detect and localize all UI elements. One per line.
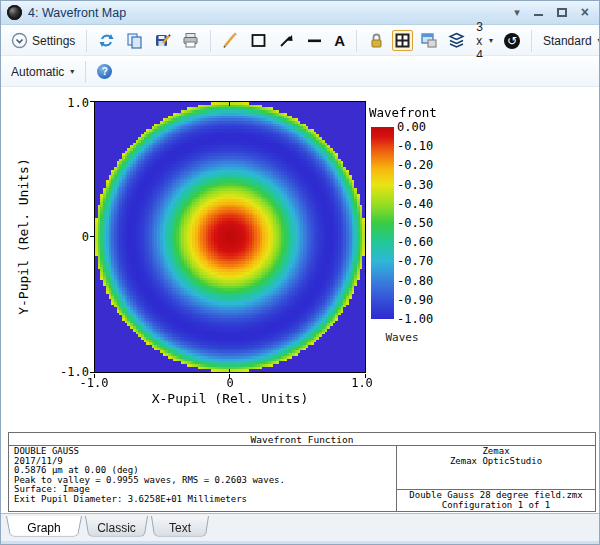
print-button[interactable] [178,30,203,51]
layers-icon [448,32,465,49]
toolbar-main: Settings [1,26,599,56]
axis-tick [90,101,94,102]
x-tick-label: 0 [210,376,250,390]
close-button[interactable]: × [581,5,589,19]
text-summary-panel: Wavefront Function DOUBLE GAUSS 2017/11/… [8,432,596,512]
grid-size-label: 3 x 4 [476,20,483,62]
toolbar-secondary: Automatic ▾ ? [1,57,599,87]
pencil-icon [222,32,239,49]
automatic-dropdown[interactable]: Automatic ▾ [7,63,78,81]
x-axis-title: X-Pupil (Rel. Units) [94,391,366,406]
colorbar-tick: -0.40 [397,198,445,210]
x-tick-label: -1.0 [74,376,114,390]
refresh-button[interactable] [94,30,119,51]
summary-line: Configuration 1 of 1 [397,501,595,511]
y-tick-label: 1.0 [55,96,89,110]
colorbar-tick: -1.00 [397,313,445,325]
titlebar[interactable]: 4: Wavefront Map ▾ × [1,1,599,25]
graph-area: Y-Pupil (Rel. Units) 1.0 0 -1.0 -1.0 0 1… [1,88,599,513]
copy-to-window-button[interactable] [416,30,441,51]
tab-label: Classic [85,516,148,540]
chevron-down-icon: ▾ [70,67,74,76]
text-tool-icon: A [334,33,345,48]
x-tick-label: 1.0 [342,376,382,390]
separator [86,30,87,52]
colorbar-tick: -0.20 [397,159,445,171]
summary-left-block: DOUBLE GAUSS 2017/11/9 0.5876 µm at 0.00… [9,446,397,511]
colorbar-tick: -0.80 [397,275,445,287]
reset-icon: ↺ [504,33,520,49]
summary-line: Exit Pupil Diameter: 3.6258E+01 Millimet… [14,495,396,505]
panel-header: Wavefront Function [9,433,595,446]
window-bottom-edge [1,541,599,545]
copy-button[interactable] [122,30,147,51]
axis-tick [90,372,94,373]
draw-rectangle-button[interactable] [246,30,271,51]
reset-button[interactable]: ↺ [500,31,524,51]
tab-text[interactable]: Text [151,516,209,540]
insert-text-button[interactable]: A [330,31,349,50]
colorbar-tick: -0.30 [397,179,445,191]
separator [356,30,357,52]
help-button[interactable]: ? [93,62,116,81]
settings-button[interactable]: Settings [7,30,79,51]
window-lens-icon [7,5,22,20]
summary-line: DOUBLE GAUSS [14,447,396,457]
draw-line-button[interactable] [218,30,243,51]
arrow-icon [278,32,295,49]
standard-dropdown[interactable]: Standard ▾ [539,32,600,50]
colorbar-labels: 0.00 -0.10 -0.20 -0.30 -0.40 -0.50 -0.60… [397,121,445,325]
layers-button[interactable] [444,30,469,51]
refresh-icon [98,32,115,49]
settings-chevron-icon [11,32,28,49]
aspect-ratio-icon [394,32,411,49]
copy-to-window-icon [420,32,437,49]
colorbar-tick: 0.00 [397,121,445,133]
rectangle-icon [250,32,267,49]
tab-label: Graph [6,516,82,540]
aspect-ratio-button[interactable] [392,30,413,51]
branding-block: Zemax Zemax OpticStudio [397,446,595,489]
standard-label: Standard [543,34,592,48]
minimize-button[interactable] [534,8,543,17]
tab-label: Text [151,516,209,540]
help-icon: ? [97,64,112,79]
wavefront-map-plot [94,101,366,373]
y-axis-title: Y-Pupil (Rel. Units) [16,137,31,337]
maximize-button[interactable] [557,8,567,17]
print-icon [182,32,199,49]
draw-arrow-button[interactable] [274,30,299,51]
draw-horizontal-line-button[interactable] [302,30,327,51]
tab-graph[interactable]: Graph [6,516,82,540]
horizontal-line-icon [306,32,323,49]
tab-classic[interactable]: Classic [85,516,148,540]
settings-label: Settings [32,34,75,48]
y-tick-label: 0 [55,230,89,244]
lock-button[interactable] [364,30,389,51]
save-icon [154,32,171,49]
separator [531,30,532,52]
legend-units: Waves [369,331,435,344]
wavefront-heatmap-canvas [95,102,365,372]
file-info-block: Double Gauss 28 degree field.zmx Configu… [397,489,595,511]
separator [85,61,86,83]
separator [210,30,211,52]
automatic-label: Automatic [11,65,64,79]
summary-line: Zemax OpticStudio [397,457,595,467]
lock-icon [368,32,385,49]
colorbar-tick: -0.10 [397,140,445,152]
legend-title: Wavefront [369,105,437,120]
chevron-down-icon: ▾ [489,36,493,45]
colorbar-tick: -0.60 [397,236,445,248]
colorbar-tick: -0.90 [397,294,445,306]
window-menu-caret-icon[interactable]: ▾ [514,7,520,18]
axis-tick [229,369,230,373]
colorbar-tick: -0.70 [397,255,445,267]
wavefront-map-window: 4: Wavefront Map ▾ × Settings [0,0,600,545]
copy-icon [126,32,143,49]
colorbar [371,127,394,319]
axis-tick [90,236,94,237]
save-button[interactable] [150,30,175,51]
window-title: 4: Wavefront Map [28,6,126,20]
axis-tick [229,102,230,106]
